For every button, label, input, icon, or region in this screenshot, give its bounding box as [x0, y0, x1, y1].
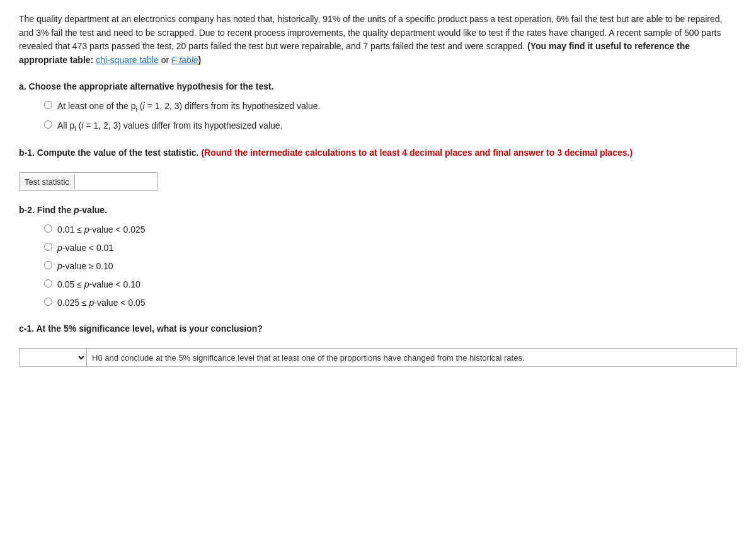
section-b1: b-1. Compute the value of the test stati…: [19, 146, 737, 191]
section-a-label: a. Choose the appropriate alternative hy…: [19, 80, 737, 93]
radio-pv2[interactable]: [44, 243, 52, 251]
intro-paragraph: The quality department at an electronics…: [19, 13, 737, 67]
f-table-link[interactable]: F table: [171, 55, 198, 65]
radio-a1[interactable]: [44, 101, 52, 109]
radio-pv1-label[interactable]: 0.01 ≤ p-value < 0.025: [57, 223, 146, 236]
section-a: a. Choose the appropriate alternative hy…: [19, 80, 737, 134]
radio-a2-label[interactable]: All pi (i = 1, 2, 3) values differ from …: [57, 119, 282, 134]
radio-pv5[interactable]: [44, 298, 52, 306]
radio-pv5-label[interactable]: 0.025 ≤ p-value < 0.05: [57, 296, 146, 310]
section-a-radio-group: At least one of the pi (i = 1, 2, 3) dif…: [44, 100, 737, 134]
radio-pv3[interactable]: [44, 261, 52, 269]
section-b2-radio-group: 0.01 ≤ p-value < 0.025 p-value < 0.01 p-…: [44, 223, 737, 310]
intro-or: or: [159, 55, 171, 65]
round-note: (Round the intermediate calculations to …: [201, 148, 633, 158]
radio-item-a1: At least one of the pi (i = 1, 2, 3) dif…: [44, 100, 737, 114]
radio-a2[interactable]: [44, 120, 52, 129]
radio-pv4-label[interactable]: 0.05 ≤ p-value < 0.10: [57, 278, 140, 291]
radio-pv3-label[interactable]: p-value ≥ 0.10: [57, 260, 113, 273]
conclusion-dropdown[interactable]: Reject Do not reject: [20, 349, 87, 366]
radio-item-a2: All pi (i = 1, 2, 3) values differ from …: [44, 119, 737, 134]
radio-item-b2-3: p-value ≥ 0.10: [44, 260, 737, 273]
section-c1: c-1. At the 5% significance level, what …: [19, 322, 737, 367]
test-statistic-input-row: Test statistic: [19, 172, 158, 191]
radio-item-b2-2: p-value < 0.01: [44, 241, 737, 255]
section-c1-label: c-1. At the 5% significance level, what …: [19, 322, 737, 335]
radio-item-b2-1: 0.01 ≤ p-value < 0.025: [44, 223, 737, 236]
section-b2-label: b-2. Find the p-value.: [19, 204, 737, 217]
radio-item-b2-4: 0.05 ≤ p-value < 0.10: [44, 278, 737, 291]
radio-item-b2-5: 0.025 ≤ p-value < 0.05: [44, 296, 737, 310]
conclusion-text: H0 and conclude at the 5% significance l…: [87, 351, 736, 365]
test-statistic-input[interactable]: [75, 173, 157, 190]
conclusion-row: Reject Do not reject H0 and conclude at …: [19, 348, 737, 367]
radio-pv1[interactable]: [44, 224, 52, 233]
chi-square-table-link[interactable]: chi-square table: [96, 55, 159, 65]
radio-a1-label[interactable]: At least one of the pi (i = 1, 2, 3) dif…: [57, 100, 320, 114]
section-b2: b-2. Find the p-value. 0.01 ≤ p-value < …: [19, 204, 737, 310]
intro-close-paren: ): [198, 55, 202, 65]
radio-pv2-label[interactable]: p-value < 0.01: [57, 241, 113, 255]
section-b1-label: b-1. Compute the value of the test stati…: [19, 146, 737, 160]
radio-pv4[interactable]: [44, 279, 52, 288]
test-statistic-label: Test statistic: [20, 175, 75, 189]
